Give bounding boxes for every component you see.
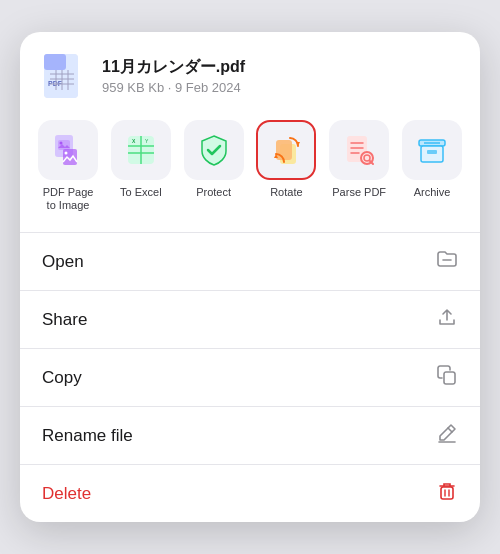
- file-meta: 959 KB Kb · 9 Feb 2024: [102, 80, 245, 95]
- tool-pdf-to-image[interactable]: PDF Pageto Image: [36, 120, 100, 212]
- svg-rect-2: [44, 54, 66, 70]
- svg-rect-15: [63, 149, 77, 165]
- tool-archive[interactable]: Archive: [400, 120, 464, 212]
- svg-rect-24: [276, 140, 292, 160]
- file-header: PDF 11月カレンダー.pdf 959 KB Kb · 9 Feb 2024: [20, 52, 480, 116]
- copy-icon: [436, 364, 458, 391]
- svg-rect-12: [58, 140, 70, 150]
- tool-to-excel[interactable]: X Y To Excel: [109, 120, 173, 212]
- svg-point-16: [65, 151, 68, 154]
- tool-label-archive: Archive: [414, 186, 451, 199]
- svg-rect-41: [444, 372, 455, 384]
- svg-rect-44: [441, 487, 453, 499]
- trash-icon: [436, 480, 458, 507]
- file-name: 11月カレンダー.pdf: [102, 57, 245, 78]
- tool-icon-pdf-to-image: [38, 120, 98, 180]
- modal-container: PDF 11月カレンダー.pdf 959 KB Kb · 9 Feb 2024: [20, 32, 480, 522]
- tools-section: PDF Pageto Image X Y To Excel: [20, 116, 480, 232]
- tool-parse-pdf[interactable]: Parse PDF: [327, 120, 391, 212]
- svg-rect-38: [427, 150, 437, 154]
- menu-item-copy[interactable]: Copy: [20, 349, 480, 407]
- menu-item-open[interactable]: Open: [20, 233, 480, 291]
- menu-item-delete[interactable]: Delete: [20, 465, 480, 522]
- tool-icon-rotate: [256, 120, 316, 180]
- tool-icon-archive: [402, 120, 462, 180]
- menu-item-rename[interactable]: Rename file: [20, 407, 480, 465]
- tool-label-to-excel: To Excel: [120, 186, 162, 199]
- tool-label-parse-pdf: Parse PDF: [332, 186, 386, 199]
- menu-list: Open Share Copy: [20, 232, 480, 522]
- tool-icon-parse-pdf: [329, 120, 389, 180]
- pencil-icon: [436, 422, 458, 449]
- menu-label-share: Share: [42, 310, 87, 330]
- menu-item-share[interactable]: Share: [20, 291, 480, 349]
- file-info: 11月カレンダー.pdf 959 KB Kb · 9 Feb 2024: [102, 57, 245, 95]
- folder-minus-icon: [436, 248, 458, 275]
- tool-protect[interactable]: Protect: [182, 120, 246, 212]
- tool-label-pdf-to-image: PDF Pageto Image: [43, 186, 94, 212]
- share-icon: [436, 306, 458, 333]
- file-thumbnail-icon: PDF: [40, 52, 88, 100]
- tools-grid: PDF Pageto Image X Y To Excel: [36, 116, 464, 216]
- tool-rotate[interactable]: Rotate: [254, 120, 318, 212]
- tool-label-rotate: Rotate: [270, 186, 302, 199]
- tool-icon-protect: [184, 120, 244, 180]
- svg-marker-25: [296, 142, 300, 146]
- tool-icon-to-excel: X Y: [111, 120, 171, 180]
- menu-label-rename: Rename file: [42, 426, 133, 446]
- svg-line-42: [448, 428, 452, 432]
- menu-label-open: Open: [42, 252, 84, 272]
- menu-label-delete: Delete: [42, 484, 91, 504]
- tool-label-protect: Protect: [196, 186, 231, 199]
- menu-label-copy: Copy: [42, 368, 82, 388]
